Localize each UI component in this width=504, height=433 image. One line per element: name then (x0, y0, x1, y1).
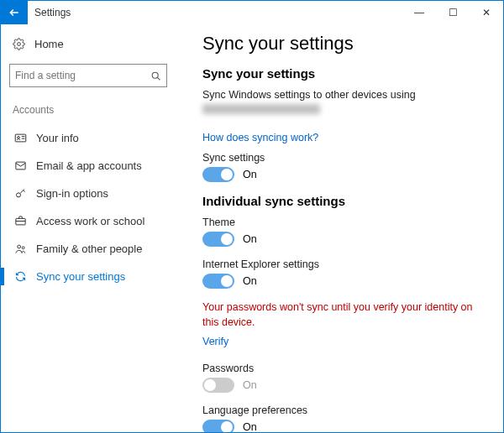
sidebar-item-label: Sign-in options (36, 187, 108, 200)
page-title: Sync your settings (202, 33, 486, 55)
sidebar-item-your-info[interactable]: Your info (9, 124, 177, 152)
mail-icon (13, 159, 28, 172)
sidebar-item-label: Email & app accounts (36, 159, 142, 172)
svg-point-0 (18, 43, 21, 46)
briefcase-icon (13, 215, 28, 227)
password-warning: Your passwords won't sync until you veri… (202, 300, 486, 330)
back-button[interactable] (1, 1, 28, 24)
maximize-button[interactable]: ☐ (436, 1, 470, 24)
sync-desc: Sync Windows settings to other devices u… (202, 89, 486, 101)
sidebar-item-label: Your info (36, 132, 79, 144)
search-box[interactable] (9, 64, 167, 87)
verify-link[interactable]: Verify (202, 336, 228, 347)
home-label: Home (34, 38, 64, 50)
toggle-state: On (243, 275, 257, 287)
toggle-state: On (243, 233, 257, 245)
svg-rect-7 (15, 218, 24, 225)
section-label: Accounts (9, 101, 177, 119)
minimize-button[interactable]: — (402, 1, 436, 24)
sync-settings-label: Sync settings (202, 152, 486, 164)
sidebar-item-sync[interactable]: Sync your settings (9, 263, 177, 290)
sidebar-item-label: Family & other people (36, 243, 142, 255)
titlebar: Settings — ☐ ✕ (1, 1, 503, 24)
sidebar-item-label: Sync your settings (36, 270, 125, 283)
svg-line-2 (157, 77, 160, 80)
lang-label: Language preferences (202, 404, 486, 416)
people-icon (13, 243, 28, 255)
theme-toggle[interactable] (202, 232, 234, 247)
close-button[interactable]: ✕ (470, 1, 503, 24)
gear-icon (13, 38, 26, 50)
svg-point-6 (16, 193, 20, 197)
toggle-state: On (243, 379, 257, 391)
sidebar-item-email[interactable]: Email & app accounts (9, 152, 177, 180)
section-heading: Sync your settings (202, 66, 486, 81)
ie-toggle[interactable] (202, 274, 234, 289)
help-link[interactable]: How does syncing work? (202, 132, 318, 143)
passwords-toggle (202, 378, 234, 393)
search-icon (150, 70, 161, 81)
lang-toggle[interactable] (202, 420, 234, 432)
sidebar-item-signin[interactable]: Sign-in options (9, 180, 177, 207)
toggle-state: On (243, 421, 257, 432)
sync-settings-toggle[interactable] (202, 167, 234, 182)
sidebar-item-label: Access work or school (36, 215, 144, 227)
search-input[interactable] (15, 70, 150, 81)
sidebar: Home Accounts Your info Email & app acco… (1, 24, 177, 432)
home-nav[interactable]: Home (9, 33, 177, 55)
window-title: Settings (28, 7, 71, 18)
svg-point-1 (152, 72, 158, 78)
svg-rect-3 (15, 134, 26, 142)
key-icon (13, 187, 28, 200)
sidebar-item-family[interactable]: Family & other people (9, 235, 177, 263)
svg-point-4 (17, 137, 19, 139)
id-card-icon (13, 132, 28, 144)
theme-label: Theme (202, 216, 486, 228)
sidebar-item-work[interactable]: Access work or school (9, 207, 177, 235)
ie-label: Internet Explorer settings (202, 258, 486, 270)
svg-rect-5 (15, 162, 24, 170)
sync-icon (13, 270, 28, 283)
redacted-account (202, 104, 320, 114)
toggle-state: On (243, 169, 257, 180)
passwords-label: Passwords (202, 363, 486, 374)
svg-point-9 (22, 247, 24, 249)
section-heading-2: Individual sync settings (202, 194, 486, 208)
svg-point-8 (17, 245, 20, 248)
content: Sync your settings Sync your settings Sy… (177, 24, 503, 432)
